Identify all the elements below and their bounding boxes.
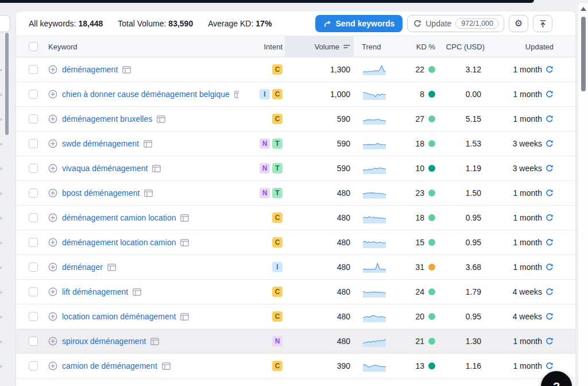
- group-expand-chevron-icon[interactable]: ›: [0, 214, 6, 222]
- group-expand-chevron-icon[interactable]: ›: [0, 362, 6, 370]
- refresh-icon[interactable]: [546, 214, 554, 222]
- intent-badge-c[interactable]: C: [272, 237, 283, 248]
- keyword-link[interactable]: bpost déménagement: [62, 188, 140, 198]
- row-checkbox[interactable]: [29, 65, 38, 74]
- column-header-updated[interactable]: Updated: [489, 36, 575, 57]
- serp-features-icon[interactable]: [162, 362, 171, 370]
- row-checkbox[interactable]: [29, 312, 38, 321]
- row-checkbox[interactable]: [29, 213, 38, 222]
- intent-badge-t[interactable]: T: [272, 188, 283, 198]
- add-keyword-icon[interactable]: [48, 312, 57, 321]
- column-header-trend[interactable]: Trend: [354, 36, 395, 57]
- refresh-icon[interactable]: [546, 164, 554, 172]
- group-expand-chevron-icon[interactable]: ›: [0, 238, 6, 246]
- keyword-link[interactable]: swde déménagement: [62, 139, 139, 148]
- serp-features-icon[interactable]: [144, 190, 153, 197]
- intent-badge-c[interactable]: C: [272, 287, 283, 297]
- add-keyword-icon[interactable]: [48, 287, 57, 296]
- intent-badge-c[interactable]: C: [272, 64, 283, 75]
- intent-badge-n[interactable]: N: [260, 138, 270, 149]
- keyword-link[interactable]: déménagement camion location: [62, 213, 176, 222]
- group-expand-chevron-icon[interactable]: ›: [0, 312, 6, 321]
- keyword-link[interactable]: spiroux déménagement: [62, 337, 146, 346]
- add-keyword-icon[interactable]: [48, 361, 57, 370]
- serp-features-icon[interactable]: [133, 288, 141, 296]
- intent-badge-n[interactable]: N: [272, 336, 283, 346]
- intent-badge-c[interactable]: C: [272, 114, 283, 124]
- serp-features-icon[interactable]: [180, 239, 189, 246]
- right-scrollbar-thumb[interactable]: [581, 17, 586, 91]
- refresh-icon[interactable]: [546, 288, 554, 296]
- column-header-keyword[interactable]: Keyword: [44, 36, 239, 57]
- right-scrollbar[interactable]: [578, 3, 588, 386]
- keyword-link[interactable]: déménagement bruxelles: [62, 114, 152, 123]
- group-expand-chevron-icon[interactable]: ›: [0, 263, 6, 271]
- intent-badge-t[interactable]: T: [272, 138, 283, 149]
- intent-badge-c[interactable]: C: [272, 213, 283, 223]
- keyword-link[interactable]: location camion déménagement: [62, 312, 176, 321]
- keyword-link[interactable]: vivaqua déménagement: [62, 164, 148, 173]
- row-checkbox[interactable]: [29, 287, 38, 296]
- add-keyword-icon[interactable]: [48, 139, 57, 148]
- column-header-cpc[interactable]: CPC (USD): [441, 36, 489, 57]
- intent-badge-c[interactable]: C: [272, 361, 283, 371]
- add-keyword-icon[interactable]: [48, 337, 57, 346]
- column-header-kd[interactable]: KD %: [395, 36, 441, 57]
- group-expand-chevron-icon[interactable]: ›: [0, 189, 6, 197]
- serp-features-icon[interactable]: [144, 140, 152, 148]
- serp-features-icon[interactable]: [150, 338, 159, 345]
- row-checkbox[interactable]: [29, 238, 38, 247]
- intent-badge-c[interactable]: C: [272, 311, 283, 322]
- refresh-icon[interactable]: [546, 263, 554, 271]
- refresh-icon[interactable]: [546, 337, 554, 345]
- refresh-icon[interactable]: [546, 90, 554, 98]
- add-keyword-icon[interactable]: [48, 65, 57, 74]
- serp-features-icon[interactable]: [180, 214, 189, 222]
- refresh-icon[interactable]: [546, 312, 554, 321]
- send-keywords-button[interactable]: Send keywords: [315, 15, 403, 32]
- left-panel-cut-button[interactable]: [0, 15, 10, 32]
- add-keyword-icon[interactable]: [48, 90, 57, 99]
- row-checkbox[interactable]: [29, 337, 38, 346]
- scrollbar-up-arrow[interactable]: [581, 7, 586, 11]
- select-all-checkbox[interactable]: [29, 42, 38, 51]
- group-expand-chevron-icon[interactable]: ›: [0, 164, 6, 172]
- keyword-link[interactable]: déménagement location camion: [62, 238, 176, 247]
- refresh-icon[interactable]: [546, 65, 554, 74]
- serp-features-icon[interactable]: [157, 115, 165, 123]
- serp-features-icon[interactable]: [234, 91, 239, 98]
- refresh-icon[interactable]: [546, 238, 554, 246]
- serp-features-icon[interactable]: [180, 313, 189, 321]
- intent-badge-n[interactable]: N: [260, 188, 270, 198]
- serp-features-icon[interactable]: [122, 66, 131, 74]
- intent-badge-i[interactable]: I: [260, 89, 270, 99]
- settings-button[interactable]: ⚙: [509, 15, 528, 32]
- row-checkbox[interactable]: [29, 361, 38, 370]
- add-keyword-icon[interactable]: [48, 263, 57, 272]
- intent-badge-t[interactable]: T: [272, 163, 283, 173]
- add-keyword-icon[interactable]: [48, 164, 57, 173]
- refresh-icon[interactable]: [546, 189, 554, 197]
- refresh-icon[interactable]: [546, 362, 554, 370]
- serp-features-icon[interactable]: [152, 165, 161, 172]
- row-checkbox[interactable]: [29, 164, 38, 173]
- column-header-volume[interactable]: Volume: [285, 36, 354, 57]
- keyword-link[interactable]: chien à donner cause déménagement belgiq…: [62, 90, 230, 99]
- row-checkbox[interactable]: [29, 188, 38, 198]
- row-checkbox[interactable]: [29, 90, 38, 99]
- row-checkbox[interactable]: [29, 139, 38, 148]
- intent-badge-c[interactable]: C: [272, 89, 283, 99]
- keyword-link[interactable]: camion de déménagement: [62, 361, 157, 370]
- add-keyword-icon[interactable]: [48, 188, 57, 198]
- intent-badge-i[interactable]: I: [272, 262, 283, 272]
- group-expand-chevron-icon[interactable]: ›: [0, 288, 6, 296]
- group-expand-chevron-icon[interactable]: ›: [0, 140, 6, 148]
- add-keyword-icon[interactable]: [48, 114, 57, 123]
- keyword-link[interactable]: déménager: [62, 263, 103, 272]
- update-button[interactable]: Update 972/1,000: [407, 15, 504, 32]
- row-checkbox[interactable]: [29, 263, 38, 272]
- row-checkbox[interactable]: [29, 114, 38, 123]
- refresh-icon[interactable]: [546, 140, 554, 148]
- intent-badge-n[interactable]: N: [260, 163, 270, 173]
- add-keyword-icon[interactable]: [48, 238, 57, 247]
